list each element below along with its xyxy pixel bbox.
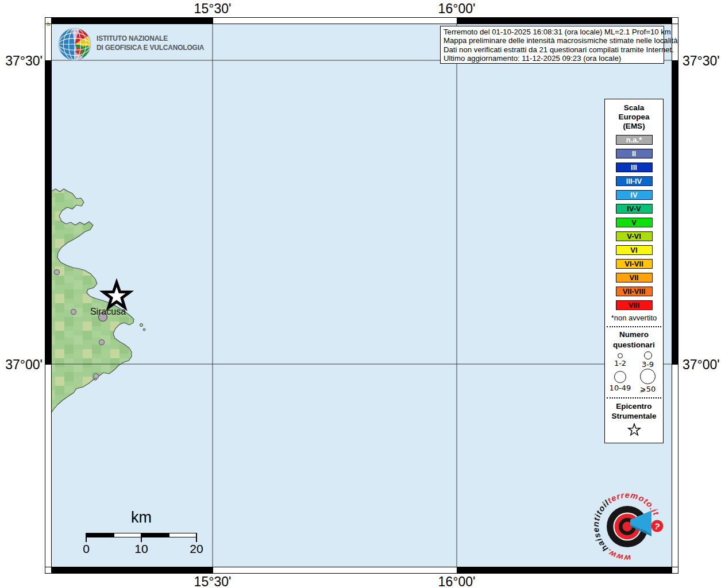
epicenter-title-line1: Epicentro <box>605 402 663 411</box>
questionnaire-title-line1: Numero <box>605 330 663 339</box>
legend-item-iv: IV <box>616 190 653 200</box>
info-line-map-desc: Mappa preliminare delle intensità macros… <box>444 36 661 45</box>
legend-separator <box>607 326 661 327</box>
size-label: 1-2 <box>614 359 626 368</box>
epicenter-key-star <box>626 423 643 439</box>
ingv-name-line1: ISTITUTO NAZIONALE <box>97 34 204 43</box>
islet <box>140 323 142 326</box>
earthquake-info-box: Terremoto del 01-10-2025 16:08:31 (ora l… <box>440 26 664 64</box>
frame-right-segment <box>672 364 678 567</box>
scalebar-num-20: 20 <box>179 542 214 556</box>
size-circle-large <box>614 371 626 383</box>
scalebar-num-10: 10 <box>124 542 159 556</box>
lat-label-left-3700: 37°00' <box>1 357 43 373</box>
scalebar-segment <box>86 533 114 537</box>
ingv-name-line2: DI GEOFISICA E VULCANOLOGIA <box>97 43 204 52</box>
lat-label-right-3700: 37°00' <box>683 357 720 373</box>
scalebar-segment <box>169 533 197 537</box>
info-line-updated: Ultimo aggiornamento: 11-12-2025 09:23 (… <box>444 54 661 63</box>
scalebar-unit: km <box>113 509 170 527</box>
ingv-branding: ISTITUTO NAZIONALE DI GEOFISICA E VULCAN… <box>57 27 241 61</box>
legend-title: Scala Europea (EMS) <box>605 103 663 131</box>
legend-item-na: n.a.* <box>616 135 653 145</box>
corner-artifact-glyph: b <box>47 21 50 27</box>
frame-bottom-segment <box>457 567 672 574</box>
frame-left-segment <box>45 364 52 567</box>
scalebar-segment <box>141 533 169 537</box>
frame-left-segment <box>45 24 52 61</box>
frame-right-segment <box>672 60 678 365</box>
questionnaire-size-3-9: 3-9 <box>634 353 662 369</box>
watermark-www: www. <box>604 547 631 562</box>
questionnaire-size-10-49: 10-49 <box>607 371 634 393</box>
size-circle-medium <box>644 351 652 359</box>
questionnaire-size-50plus: ⩾50 <box>634 371 662 393</box>
locality-marker <box>94 374 99 379</box>
frame-bottom-segment <box>51 567 213 574</box>
legend-separator <box>607 397 661 399</box>
legend-item-v-vi: V-VI <box>616 231 653 241</box>
legend-title-line3: (EMS) <box>605 122 663 131</box>
lon-label-bottom-1600: 16°00' <box>425 574 488 588</box>
legend-item-iv-v: IV-V <box>616 204 653 214</box>
ingv-name: ISTITUTO NAZIONALE DI GEOFISICA E VULCAN… <box>97 34 204 52</box>
questionnaire-size-1-2: 1-2 <box>607 353 634 369</box>
legend-item-vii: VII <box>616 273 653 283</box>
legend-item-vii-viii: VII-VIII <box>616 287 653 296</box>
size-circle-small <box>618 353 623 358</box>
scalebar-segment <box>114 533 142 537</box>
haisentitoilterremoto-logo: ? www.haisentitoilterremoto.it <box>591 490 664 563</box>
lon-label-top-1530: 15°30' <box>181 1 244 17</box>
frame-top-segment <box>213 17 457 24</box>
map-content: Siracusa ? www.haisentitoilterremoto.it <box>51 24 672 567</box>
scalebar-num-0: 0 <box>69 542 103 556</box>
locality-marker <box>71 310 76 315</box>
legend-title-line1: Scala <box>605 103 663 113</box>
lon-label-bottom-1530: 15°30' <box>181 574 244 588</box>
frame-corner-bottomright <box>672 567 678 574</box>
legend-item-ii: II <box>616 149 653 158</box>
info-line-data-source: Dati non verificati estratti da 21 quest… <box>444 45 661 54</box>
info-line-event: Terremoto del 01-10-2025 16:08:31 (ora l… <box>444 28 661 36</box>
epicenter-key-title: Epicentro Strumentale <box>605 402 663 421</box>
legend-footnote: *non avvertito <box>605 314 663 322</box>
legend-item-v: V <box>616 218 653 227</box>
locality-marker <box>55 270 60 275</box>
frame-bottom-segment <box>213 567 457 574</box>
islet <box>143 328 145 331</box>
lon-label-top-1600: 16°00' <box>425 1 488 17</box>
frame-top-segment <box>51 17 213 24</box>
lat-label-left-3730: 37°30' <box>1 53 43 69</box>
size-label: 3-9 <box>642 360 654 369</box>
size-circle-xlarge <box>640 369 656 384</box>
frame-left-segment <box>45 60 52 365</box>
scalebar-tick <box>141 533 142 542</box>
legend-item-viii: VIII <box>616 300 653 310</box>
ingv-globe-logo <box>57 27 92 61</box>
map-sheet: 15°30' 16°00' 15°30' 16°00' 37°30' 37°00… <box>0 0 721 588</box>
legend-title-line2: Europea <box>605 113 663 122</box>
lat-label-right-3730: 37°30' <box>683 53 720 69</box>
legend-panel: Scala Europea (EMS) n.a.* II III III-IV … <box>604 99 664 443</box>
size-label: 10-49 <box>610 384 631 392</box>
scalebar-tick <box>86 533 87 542</box>
size-label: ⩾50 <box>640 385 656 393</box>
scalebar-tick <box>196 533 197 542</box>
legend-item-iii-iv: III-IV <box>616 176 653 186</box>
locality-marker <box>99 340 105 345</box>
questionnaire-title: Numero questionari <box>605 330 663 350</box>
legend-item-vi: VI <box>616 245 653 255</box>
frame-top-segment <box>457 17 672 24</box>
questionnaire-title-line2: questionari <box>605 341 663 350</box>
legend-item-vi-vii: VI-VII <box>616 259 653 269</box>
legend-item-iii: III <box>616 163 653 172</box>
questionnaire-size-key: 1-2 3-9 10-49 ⩾50 <box>607 351 662 393</box>
epicenter-title-line2: Strumentale <box>605 412 663 421</box>
